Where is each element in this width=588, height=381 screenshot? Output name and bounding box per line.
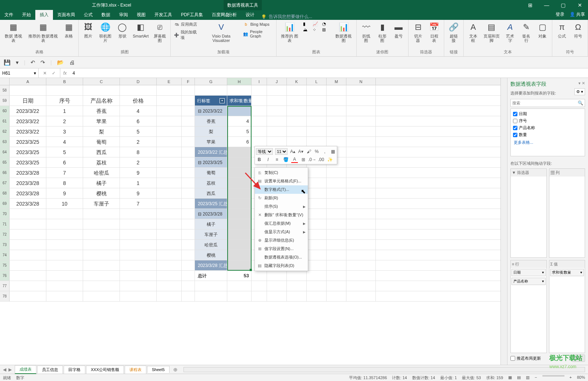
cell[interactable] [120,240,157,250]
defer-update[interactable]: 推迟布局更新更新 [510,353,585,363]
bing-maps-button[interactable]: bBing Maps [242,21,274,28]
minimize-button[interactable]: — [538,0,555,10]
cell[interactable] [182,271,195,281]
cell[interactable] [267,127,287,136]
cell[interactable] [120,209,157,219]
cell[interactable]: 2023/3/28 [10,188,46,198]
cell[interactable] [182,168,195,178]
cell[interactable] [157,209,182,219]
cell[interactable] [267,116,287,126]
cell[interactable]: 荔枝 [195,178,227,188]
cell[interactable] [227,85,252,95]
cell[interactable] [307,271,327,281]
cell[interactable] [120,250,157,260]
tab-developer[interactable]: 开发工具 [150,10,177,20]
tab-data[interactable]: 数据 [97,10,115,20]
cell[interactable] [10,291,46,301]
cell[interactable] [10,240,46,250]
cell[interactable] [182,219,195,229]
cell[interactable] [83,229,120,239]
zoom-out-icon[interactable]: − [535,375,537,381]
col-header-L[interactable]: L [307,78,327,85]
cell[interactable] [10,250,46,260]
cell[interactable]: 2023/3/28 [10,199,46,209]
cell[interactable] [83,85,120,95]
cell[interactable]: 2023/3/25 汇总 [195,199,227,209]
cell[interactable] [157,85,182,95]
row-header[interactable]: 65 [0,157,10,167]
cell[interactable]: 6 [227,137,252,147]
cell[interactable] [346,271,376,281]
cell[interactable] [227,281,252,291]
cell[interactable]: 7 [120,199,157,209]
cell[interactable]: 总计 [195,271,227,281]
cell[interactable] [252,137,267,147]
login-link[interactable]: 登录 [556,11,564,18]
cell[interactable] [46,229,83,239]
cell[interactable] [120,291,157,301]
cell[interactable] [346,96,376,106]
row-header[interactable]: 71 [0,219,10,229]
view-break-icon[interactable]: ▥ [526,375,530,381]
cell[interactable] [83,250,120,260]
field-product[interactable]: 产品名称 [512,124,583,131]
cell[interactable] [287,271,307,281]
cell[interactable] [46,85,83,95]
cell[interactable]: 9 [120,168,157,178]
cell[interactable] [227,229,252,239]
cell[interactable] [307,106,327,116]
cell[interactable] [157,240,182,250]
row-header[interactable]: 64 [0,147,10,157]
cell[interactable] [227,240,252,250]
cell[interactable] [227,219,252,229]
row-header[interactable]: 63 [0,137,10,147]
field-search[interactable]: 🔍 [510,99,585,107]
cell[interactable]: 2023/3/22 [10,116,46,126]
values-box[interactable]: Σ 值 求和项:数量▾ [549,260,585,353]
cell[interactable] [157,116,182,126]
cell[interactable]: 2 [46,116,83,126]
cell[interactable] [307,188,327,198]
cell[interactable] [346,127,376,136]
fx-icon[interactable]: fx [60,71,70,76]
formula-value[interactable]: 4 [70,71,78,76]
cell[interactable] [327,188,346,198]
cell[interactable] [307,137,327,147]
people-graph-button[interactable]: 👥People Graph [242,29,274,39]
comma-icon[interactable]: , [322,148,328,155]
cell[interactable] [327,260,346,270]
chart-pie-icon[interactable]: ◔ [322,21,331,26]
tab-formulas[interactable]: 公式 [79,10,97,20]
cell[interactable] [346,250,376,260]
cell[interactable]: 10 [46,199,83,209]
close-button[interactable]: ✕ [571,0,588,10]
zoom-level[interactable]: 80% [577,375,585,381]
sparkline-winloss-button[interactable]: ▬盈亏 [391,21,406,39]
cell[interactable]: ⊟ 2023/3/25 [195,157,227,167]
cell[interactable]: 2023/3/25 [10,147,46,157]
cell[interactable] [307,116,327,126]
cell[interactable] [327,106,346,116]
cell[interactable]: 梨 [83,127,120,136]
timeline-button[interactable]: 📅日程表 [427,21,442,43]
tab-review[interactable]: 审阅 [115,10,132,20]
cell[interactable] [157,137,182,147]
tab-view[interactable]: 视图 [132,10,150,20]
cell[interactable]: 苹果 [195,137,227,147]
cell[interactable] [267,85,287,95]
row-header[interactable]: 62 [0,127,10,136]
cell[interactable] [120,85,157,95]
shrink-font-icon[interactable]: A▾ [298,148,304,155]
cell[interactable] [182,291,195,301]
cell[interactable] [120,260,157,270]
pivot-table-button[interactable]: ▦数据 透视表 [2,21,25,43]
cell[interactable] [157,219,182,229]
zoom-in-icon[interactable]: + [570,375,572,381]
cell[interactable] [346,199,376,209]
border-icon[interactable]: ▦ [330,148,336,155]
menu-remove-field[interactable]: ✕删除" 求和项:数量"(V) [255,211,308,219]
cell[interactable]: 5 [120,127,157,136]
cell[interactable] [182,116,195,126]
row-pill-date[interactable]: 日期▾ [512,269,546,276]
cell[interactable] [346,240,376,250]
